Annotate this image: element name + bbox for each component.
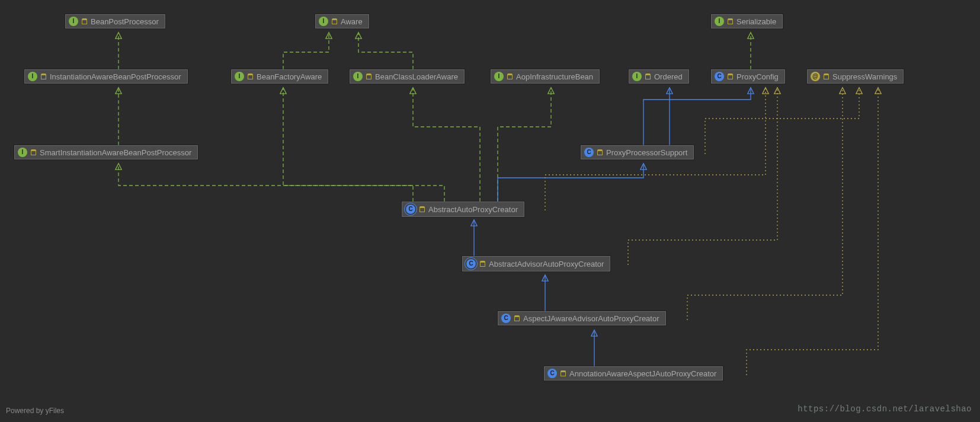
- node-label: AnnotationAwareAspectJAutoProxyCreator: [569, 369, 716, 378]
- node-smartinstantiationaware[interactable]: I SmartInstantiationAwareBeanPostProcess…: [14, 145, 198, 159]
- node-beanfactoryaware[interactable]: I BeanFactoryAware: [231, 69, 328, 84]
- footer-credit: Powered by yFiles: [6, 407, 64, 415]
- lock-icon: [248, 73, 253, 79]
- lock-icon: [41, 73, 46, 79]
- lock-icon: [480, 261, 485, 267]
- interface-icon: I: [632, 72, 642, 81]
- interface-icon: I: [494, 72, 504, 81]
- node-label: SmartInstantiationAwareBeanPostProcessor: [40, 148, 191, 157]
- node-label: AbstractAdvisorAutoProxyCreator: [489, 260, 604, 268]
- node-label: Ordered: [654, 72, 683, 81]
- lock-icon: [332, 18, 337, 24]
- node-proxyconfig[interactable]: C ProxyConfig: [711, 69, 785, 84]
- lock-icon: [507, 73, 513, 79]
- node-label: AopInfrastructureBean: [516, 72, 593, 81]
- node-label: ProxyProcessorSupport: [606, 148, 687, 157]
- node-ordered[interactable]: I Ordered: [629, 69, 689, 84]
- annotation-icon: @: [811, 72, 820, 81]
- node-abstractautoproxycreator[interactable]: C AbstractAutoProxyCreator: [402, 202, 524, 217]
- node-label: Aware: [341, 17, 363, 26]
- interface-icon: I: [28, 72, 37, 81]
- node-abstractadvisorautoproxycreator[interactable]: C AbstractAdvisorAutoProxyCreator: [462, 256, 610, 271]
- lock-icon: [419, 206, 425, 212]
- node-label: ProxyConfig: [736, 72, 779, 81]
- lock-icon: [824, 73, 829, 79]
- lock-icon: [514, 315, 520, 321]
- lock-icon: [561, 370, 566, 376]
- node-label: SuppressWarnings: [832, 72, 897, 81]
- node-label: AspectJAwareAdvisorAutoProxyCreator: [523, 314, 659, 323]
- lock-icon: [366, 73, 371, 79]
- lock-icon: [645, 73, 651, 79]
- lock-icon: [597, 149, 603, 155]
- abstract-class-icon: C: [466, 258, 476, 269]
- node-label: InstantiationAwareBeanPostProcessor: [50, 72, 181, 81]
- class-icon: C: [501, 314, 511, 323]
- lock-icon: [31, 149, 36, 155]
- watermark: https://blog.csdn.net/laravelshao: [798, 404, 972, 414]
- class-icon: C: [715, 72, 724, 81]
- node-label: AbstractAutoProxyCreator: [428, 205, 518, 214]
- interface-icon: I: [353, 72, 363, 81]
- node-beanclassloaderaware[interactable]: I BeanClassLoaderAware: [350, 69, 465, 84]
- lock-icon: [82, 18, 87, 24]
- node-proxyprocessorsupport[interactable]: C ProxyProcessorSupport: [581, 145, 694, 159]
- node-aspectjawareadvisor[interactable]: C AspectJAwareAdvisorAutoProxyCreator: [498, 311, 666, 325]
- interface-icon: I: [235, 72, 244, 81]
- lock-icon: [728, 73, 733, 79]
- node-beanpostprocessor[interactable]: I BeanPostProcessor: [65, 14, 165, 28]
- abstract-class-icon: C: [405, 204, 416, 215]
- node-label: BeanPostProcessor: [91, 17, 159, 26]
- node-label: BeanFactoryAware: [257, 72, 322, 81]
- interface-icon: I: [715, 17, 724, 26]
- node-label: Serializable: [736, 17, 776, 26]
- node-aopinfrastructurebean[interactable]: I AopInfrastructureBean: [491, 69, 600, 84]
- node-aware[interactable]: I Aware: [315, 14, 369, 28]
- diagram-canvas: I BeanPostProcessor I Aware I Serializab…: [0, 0, 980, 422]
- interface-icon: I: [18, 148, 27, 157]
- interface-icon: I: [319, 17, 328, 26]
- interface-icon: I: [69, 17, 78, 26]
- node-serializable[interactable]: I Serializable: [711, 14, 783, 28]
- lock-icon: [728, 18, 733, 24]
- node-annotationawareaspectj[interactable]: C AnnotationAwareAspectJAutoProxyCreator: [544, 366, 723, 381]
- node-suppresswarnings[interactable]: @ SuppressWarnings: [807, 69, 904, 84]
- class-icon: C: [584, 148, 594, 157]
- class-icon: C: [547, 369, 557, 378]
- node-instantiationaware[interactable]: I InstantiationAwareBeanPostProcessor: [24, 69, 188, 84]
- node-label: BeanClassLoaderAware: [375, 72, 458, 81]
